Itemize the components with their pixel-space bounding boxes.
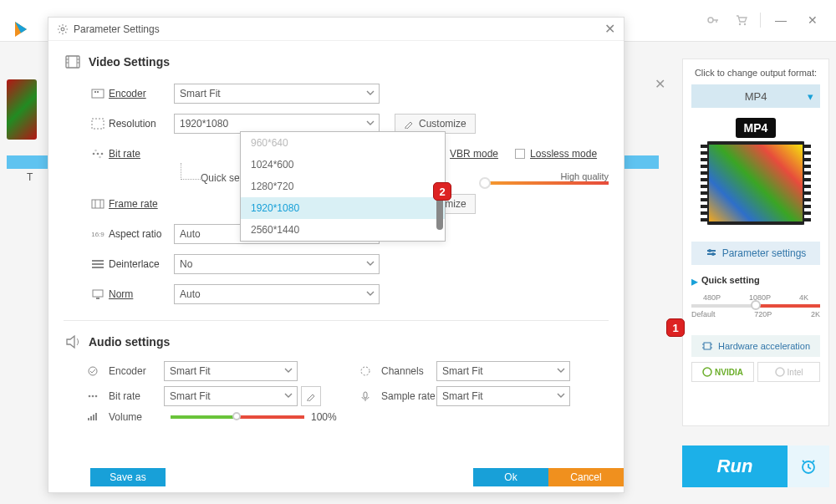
deinterlace-combo[interactable]: No	[174, 254, 380, 274]
svg-point-15	[93, 153, 95, 155]
audio-settings-title: Audio settings	[89, 335, 170, 349]
film-preview-icon	[706, 141, 806, 225]
cart-icon[interactable]	[728, 7, 755, 33]
svg-point-3	[61, 28, 64, 31]
audio-bitrate-label: Bit rate	[109, 390, 164, 402]
quick-setting-slider-area: 480P 1080P 4K Default 720P 2K	[691, 293, 820, 328]
volume-label: Volume	[109, 411, 164, 423]
svg-point-48	[776, 368, 784, 376]
nvidia-button[interactable]: NVIDIA	[691, 362, 754, 382]
resolution-option[interactable]: 960*640	[241, 132, 445, 154]
schedule-button[interactable]	[788, 445, 829, 487]
resolution-icon	[87, 118, 109, 130]
item-close-icon[interactable]: ✕	[655, 76, 665, 92]
framerate-label[interactable]: Frame rate	[109, 198, 174, 210]
svg-point-16	[97, 153, 99, 155]
norm-label[interactable]: Norm	[109, 288, 174, 300]
channels-combo[interactable]: Smart Fit	[436, 361, 570, 381]
svg-point-2	[744, 23, 746, 25]
svg-point-0	[708, 18, 713, 23]
bitrate-label[interactable]: Bit rate	[109, 148, 174, 160]
audio-bitrate-icon	[87, 390, 109, 402]
svg-point-31	[92, 395, 94, 398]
svg-point-29	[361, 367, 370, 375]
audio-encoder-combo[interactable]: Smart Fit	[164, 361, 298, 381]
dialog-close-icon[interactable]: ✕	[604, 21, 615, 37]
video-settings-header: Video Settings	[64, 53, 609, 71]
norm-combo[interactable]: Auto	[174, 284, 380, 304]
svg-rect-20	[92, 200, 104, 208]
bitrate-icon	[87, 148, 109, 160]
save-as-button[interactable]: Save as	[90, 468, 166, 486]
annotation-marker-2: 2	[433, 182, 451, 201]
volume-icon	[87, 411, 109, 423]
svg-rect-11	[92, 89, 104, 98]
hardware-accel-button[interactable]: Hardware acceleration	[691, 335, 820, 357]
minimize-button[interactable]: —	[766, 7, 796, 33]
parameter-settings-button[interactable]: Parameter settings	[691, 242, 820, 265]
svg-point-40	[708, 249, 711, 252]
resolution-option[interactable]: 2560*1440	[241, 219, 445, 241]
svg-point-18	[94, 150, 97, 152]
thumbnail-label: T	[27, 171, 33, 183]
svg-rect-26	[93, 290, 103, 297]
video-settings-title: Video Settings	[89, 55, 170, 69]
resolution-option[interactable]: 1280*720	[241, 176, 445, 197]
cancel-button[interactable]: Cancel	[548, 468, 624, 486]
svg-rect-14	[92, 119, 104, 129]
ok-button[interactable]: Ok	[473, 468, 548, 486]
audio-settings-header: Audio settings	[64, 333, 609, 351]
annotation-marker-1: 1	[666, 318, 685, 337]
key-icon[interactable]	[700, 7, 726, 33]
chevron-down-icon	[365, 288, 375, 298]
audio-encoder-label: Encoder	[109, 365, 164, 377]
svg-point-28	[89, 367, 97, 375]
audio-encoder-icon	[87, 365, 109, 377]
encoder-combo[interactable]: Smart Fit	[174, 84, 380, 104]
aspect-label: Aspect ratio	[109, 228, 174, 240]
samplerate-label: Sample rate	[381, 390, 436, 402]
volume-value: 100%	[311, 411, 337, 423]
volume-slider[interactable]	[171, 415, 304, 419]
output-panel: Click to change output format: MP4 ▾ MP4…	[682, 59, 829, 426]
dialog-title: Parameter Settings	[74, 23, 160, 35]
svg-point-32	[95, 395, 98, 398]
svg-rect-12	[94, 91, 96, 93]
svg-point-30	[89, 395, 91, 398]
encoder-icon	[87, 88, 109, 99]
lossless-mode-checkbox[interactable]: Lossless mode	[515, 148, 597, 160]
chevron-down-icon	[365, 118, 375, 128]
intel-button[interactable]: Intel	[757, 362, 820, 382]
aspect-icon: 16:9	[87, 231, 109, 238]
svg-rect-4	[66, 56, 79, 68]
chevron-down-icon	[365, 88, 375, 98]
svg-point-17	[101, 153, 104, 155]
pencil-icon	[404, 119, 414, 129]
resolution-label: Resolution	[109, 118, 174, 130]
samplerate-combo[interactable]: Smart Fit	[436, 386, 570, 406]
format-preview: MP4	[691, 115, 820, 232]
quality-slider[interactable]	[483, 181, 609, 185]
parameter-settings-dialog: Parameter Settings ✕ Video Settings Enco…	[48, 17, 624, 493]
framerate-icon	[87, 198, 109, 210]
svg-point-47	[703, 368, 711, 376]
output-format-selector[interactable]: MP4 ▾	[691, 84, 820, 108]
quick-setting-slider[interactable]	[691, 304, 820, 308]
chevron-down-icon	[365, 258, 375, 268]
audio-bitrate-combo[interactable]: Smart Fit	[164, 386, 298, 406]
app-logo	[10, 18, 32, 40]
deinterlace-label: Deinterlace	[109, 258, 174, 270]
run-button[interactable]: Run	[682, 445, 788, 487]
resolution-option[interactable]: 1920*1080	[241, 197, 445, 219]
video-thumbnail[interactable]	[7, 79, 37, 140]
sliders-icon	[706, 247, 717, 259]
alarm-clock-icon	[798, 456, 818, 476]
dialog-footer: Save as Ok Cancel	[48, 468, 624, 490]
chevron-down-icon: ▾	[808, 90, 813, 103]
resolution-option[interactable]: 1024*600	[241, 154, 445, 176]
divider	[64, 320, 609, 321]
encoder-label[interactable]: Encoder	[109, 88, 174, 99]
mp4-badge: MP4	[736, 118, 777, 138]
close-window-button[interactable]: ✕	[798, 7, 828, 33]
audio-bitrate-edit-button[interactable]	[301, 386, 321, 406]
